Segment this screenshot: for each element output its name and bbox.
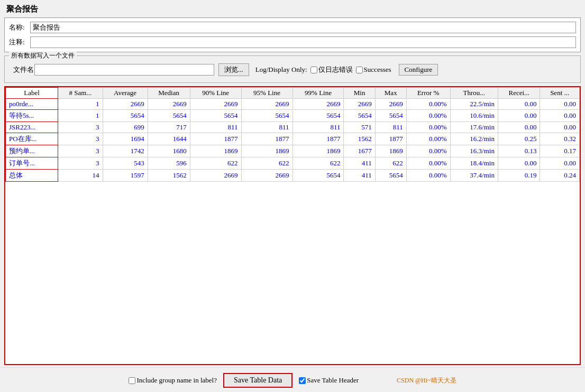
table-cell: 订单号... [6,157,58,170]
col-received: Recei... [498,88,540,99]
col-error: Error % [406,88,450,99]
table-cell: 16.2/min [450,133,498,145]
table-cell: 1680 [148,145,190,157]
table-cell: 1877 [241,133,292,145]
table-cell: 预约单... [6,145,58,157]
save-header-label[interactable]: Save Table Header [299,376,359,385]
table-row: JSR223...36997178118118115718110.00%17.6… [6,122,580,133]
save-header-area: Save Table Header [299,376,359,385]
table-cell: 22.5/min [450,99,498,110]
table-cell: 1562 [344,133,375,145]
col-median: Median [148,88,190,99]
col-sent: Sent ... [540,88,580,99]
successes-checkbox[interactable] [356,67,363,73]
table-cell: 1877 [375,133,406,145]
table-cell: 1644 [148,133,190,145]
table-cell: 0.00% [406,99,450,110]
successes-checkbox-label[interactable]: Successes [356,66,391,74]
table-cell: 1869 [190,145,241,157]
table-cell: 0.00 [540,122,580,133]
table-cell: 1869 [292,145,344,157]
table-cell: 2669 [241,99,292,110]
table-row: 订单号...35435966226226224116220.00%18.4/mi… [6,157,580,170]
table-cell: PO在库... [6,133,58,145]
table-row: 等待5s...156545654565456545654565456540.00… [6,110,580,122]
browse-button[interactable]: 浏览... [218,63,249,76]
save-table-data-button[interactable]: Save Table Data [223,373,292,388]
table-cell: 411 [344,170,375,182]
table-cell: 0.32 [540,133,580,145]
table-cell: 0.13 [498,145,540,157]
watermark: CSDN @Hi~晴天大圣 [397,376,456,385]
table-body: po0rde...126692669266926692669266926690.… [6,99,580,182]
file-row: 文件名 浏览... Log/Display Only: 仅日志错误 Succes… [9,60,576,79]
include-group-checkbox[interactable] [129,377,135,384]
log-area: Log/Display Only: 仅日志错误 Successes Config… [255,64,438,76]
table-cell: 811 [190,122,241,133]
log-display-label: Log/Display Only: [255,66,307,74]
table-cell: 5654 [190,110,241,122]
table-cell: 2669 [241,170,292,182]
table-cell: 811 [241,122,292,133]
table-cell: 1869 [241,145,292,157]
configure-button[interactable]: Configure [399,64,438,76]
table-cell: 811 [375,122,406,133]
table-cell: 1877 [190,133,241,145]
include-group-label[interactable]: Include group name in label? [129,376,217,385]
col-max: Max [375,88,406,99]
table-cell: 1677 [344,145,375,157]
table-cell: 10.6/min [450,110,498,122]
save-header-text: Save Table Header [307,376,359,385]
table-cell: 5654 [344,110,375,122]
table-cell: 2669 [103,99,148,110]
errors-only-checkbox-label[interactable]: 仅日志错误 [310,65,353,74]
table-cell: 0.00% [406,110,450,122]
table-cell: 0.00% [406,157,450,170]
table-cell: 0.00 [498,99,540,110]
table-header: Label # Sam... Average Median 90% Line 9… [6,88,580,99]
table-cell: 0.00 [498,110,540,122]
table-cell: 0.00% [406,145,450,157]
table-row: po0rde...126692669266926692669266926690.… [6,99,580,110]
name-input[interactable] [30,22,576,33]
table-cell: 0.00 [498,157,540,170]
table-cell: 0.00% [406,122,450,133]
file-input[interactable] [34,64,214,76]
table-cell: 571 [344,122,375,133]
table-cell: 1 [58,99,103,110]
table-cell: 699 [103,122,148,133]
errors-only-checkbox[interactable] [310,67,317,73]
comment-row: 注释: [9,35,576,50]
results-table-container: Label # Sam... Average Median 90% Line 9… [4,86,581,365]
bottom-bar: Include group name in label? Save Table … [0,367,585,392]
table-cell: 0.00 [540,157,580,170]
table-cell: 2669 [292,99,344,110]
table-cell: 0.00% [406,133,450,145]
table-cell: 3 [58,122,103,133]
col-label: Label [6,88,58,99]
col-95line: 95% Line [241,88,292,99]
table-cell: 1877 [292,133,344,145]
table-cell: 17.6/min [450,122,498,133]
table-cell: 16.3/min [450,145,498,157]
save-header-checkbox[interactable] [299,377,306,384]
title-text: 聚合报告 [6,5,38,13]
table-cell: 5654 [375,170,406,182]
table-cell: 622 [190,157,241,170]
table-cell: 0.24 [540,170,580,182]
table-cell: 总体 [6,170,58,182]
include-group-text: Include group name in label? [136,376,217,385]
table-cell: 5654 [292,170,344,182]
table-cell: 2669 [344,99,375,110]
table-cell: 18.4/min [450,157,498,170]
table-cell: 0.25 [498,133,540,145]
table-cell: 等待5s... [6,110,58,122]
window-title: 聚合报告 [0,0,585,16]
file-label: 文件名 [13,65,34,74]
errors-only-text: 仅日志错误 [318,65,353,74]
table-cell: 622 [375,157,406,170]
col-average: Average [103,88,148,99]
name-section: 名称: 注释: [4,17,581,52]
table-cell: 811 [292,122,344,133]
comment-input[interactable] [30,36,576,48]
